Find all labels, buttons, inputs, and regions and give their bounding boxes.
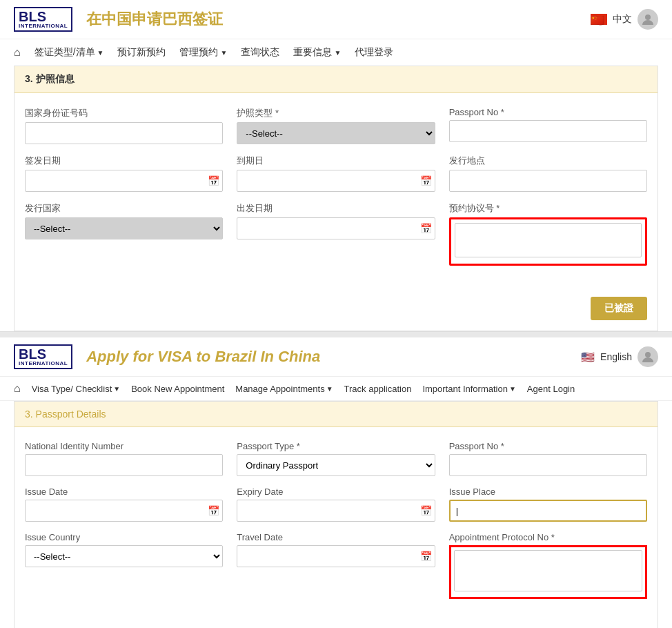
china-flag-icon: 🇨🇳 xyxy=(591,14,607,25)
nav-agent-top[interactable]: 代理登录 xyxy=(355,46,393,59)
protocol-highlighted-box-top xyxy=(449,217,647,266)
passport-form-bottom: 3. Passport Details National Identity Nu… xyxy=(14,401,658,628)
travel-date-input-bottom[interactable] xyxy=(237,545,435,567)
bls-logo-bottom: BLS INTERNATIONAL xyxy=(14,344,72,369)
chevron-down-icon-2-bottom: ▼ xyxy=(326,385,333,393)
form-row-3-top: 发行国家 --Select-- 出发日期 📅 预约协议号 * xyxy=(25,202,647,266)
top-right: 🇨🇳 中文 xyxy=(591,9,658,30)
passport-form-top: 3. 护照信息 国家身份证号码 护照类型 * --Select-- Passpo… xyxy=(14,66,658,331)
issue-country-group-bottom: Issue Country --Select-- xyxy=(25,532,223,567)
bottom-section: BLS INTERNATIONAL Apply for VISA to Braz… xyxy=(0,337,672,628)
protocol-input-top[interactable] xyxy=(455,223,642,257)
nav-home-bottom[interactable]: ⌂ xyxy=(14,382,21,395)
national-id-group-bottom: National Identity Number xyxy=(25,441,223,476)
expiry-date-input-bottom[interactable] xyxy=(237,500,435,522)
travel-date-label-bottom: Travel Date xyxy=(237,532,435,542)
nav-home-top[interactable]: ⌂ xyxy=(14,46,21,59)
nav-manage-top[interactable]: 管理预约 ▼ xyxy=(179,46,227,59)
passport-no-label-top: Passport No * xyxy=(449,107,647,117)
expiry-date-group-bottom: Expiry Date 📅 xyxy=(237,487,435,522)
protocol-label-bottom: Appointment Protocol No * xyxy=(449,532,647,542)
bottom-header: BLS INTERNATIONAL Apply for VISA to Braz… xyxy=(0,337,672,377)
nav-book-bottom[interactable]: Book New Appointment xyxy=(131,384,224,394)
passport-type-select-bottom[interactable]: Ordinary Passport Diplomatic Passport Of… xyxy=(237,454,435,476)
submit-row-bottom: Submit xyxy=(14,623,658,628)
issue-place-input-bottom[interactable] xyxy=(449,500,647,522)
issue-place-label-bottom: Issue Place xyxy=(449,487,647,497)
form-body-bottom: National Identity Number Passport Type *… xyxy=(14,427,658,623)
expiry-date-wrap-bottom: 📅 xyxy=(237,500,435,522)
logo-area: BLS INTERNATIONAL 在中国申请巴西签证 xyxy=(14,7,223,32)
passport-type-select-top[interactable]: --Select-- xyxy=(237,122,435,144)
travel-date-input-top[interactable] xyxy=(237,217,435,239)
issue-date-wrap-bottom: 📅 xyxy=(25,500,223,522)
chevron-down-icon: ▼ xyxy=(97,49,104,57)
passport-no-group-bottom: Passport No * xyxy=(449,441,647,476)
nav-book-top[interactable]: 预订新预约 xyxy=(117,46,166,59)
passport-no-label-bottom: Passport No * xyxy=(449,441,647,451)
nav-visa-type-top[interactable]: 签证类型/清单 ▼ xyxy=(34,46,104,59)
section-header-top: 3. 护照信息 xyxy=(14,66,658,93)
panel-divider xyxy=(0,332,672,337)
nav-visa-type-bottom[interactable]: Visa Type/ Checklist ▼ xyxy=(32,384,120,394)
expiry-date-label-bottom: Expiry Date xyxy=(237,487,435,497)
protocol-label-top: 预约协议号 * xyxy=(449,202,647,215)
nav-track-top[interactable]: 查询状态 xyxy=(241,46,279,59)
user-avatar-bottom[interactable] xyxy=(638,346,658,367)
user-icon-bottom xyxy=(642,351,654,363)
national-id-input-top[interactable] xyxy=(25,122,223,144)
travel-date-wrap-top: 📅 xyxy=(237,217,435,239)
nav-info-bottom[interactable]: Important Information ▼ xyxy=(422,384,515,394)
protocol-highlighted-box-bottom xyxy=(449,545,647,599)
expiry-date-wrap-top: 📅 xyxy=(237,170,435,192)
passport-type-label-top: 护照类型 * xyxy=(237,107,435,119)
section-header-bottom: 3. Passport Details xyxy=(14,402,658,427)
bottom-title: Apply for VISA to Brazil In China xyxy=(86,348,320,366)
issue-place-label-top: 发行地点 xyxy=(449,155,647,167)
expiry-date-input-top[interactable] xyxy=(237,170,435,192)
issue-country-select-top[interactable]: --Select-- xyxy=(25,217,223,239)
passport-type-group-bottom: Passport Type * Ordinary Passport Diplom… xyxy=(237,441,435,476)
nav-info-top[interactable]: 重要信息 ▼ xyxy=(293,46,341,59)
protocol-group-bottom: Appointment Protocol No * xyxy=(449,532,647,599)
top-section: BLS INTERNATIONAL 在中国申请巴西签证 🇨🇳 中文 ⌂ 签证类型… xyxy=(0,0,672,332)
national-id-label-bottom: National Identity Number xyxy=(25,441,223,451)
language-label-bottom: English xyxy=(600,351,632,362)
user-avatar-top[interactable] xyxy=(638,9,658,30)
passport-type-label-bottom: Passport Type * xyxy=(237,441,435,451)
nav-track-bottom[interactable]: Track application xyxy=(344,384,412,394)
passport-no-input-top[interactable] xyxy=(449,120,647,142)
travel-date-label-top: 出发日期 xyxy=(237,202,435,215)
national-id-input-bottom[interactable] xyxy=(25,454,223,476)
issue-date-input-top[interactable] xyxy=(25,170,223,192)
passport-no-input-bottom[interactable] xyxy=(449,454,647,476)
bls-logo-top: BLS INTERNATIONAL xyxy=(14,7,72,32)
protocol-group-top: 预约协议号 * xyxy=(449,202,647,266)
chevron-down-icon-bottom: ▼ xyxy=(113,385,120,393)
issue-date-input-bottom[interactable] xyxy=(25,500,223,522)
user-icon-top xyxy=(642,13,654,26)
submit-button-top[interactable]: 已被證 xyxy=(591,297,647,320)
issue-country-group-top: 发行国家 --Select-- xyxy=(25,202,223,239)
travel-date-group-bottom: Travel Date 📅 xyxy=(237,532,435,567)
issue-date-group-top: 签发日期 📅 xyxy=(25,155,223,192)
nav-agent-bottom[interactable]: Agent Login xyxy=(527,384,575,394)
passport-type-group-top: 护照类型 * --Select-- xyxy=(237,107,435,144)
travel-date-group-top: 出发日期 📅 xyxy=(237,202,435,239)
home-icon-top: ⌂ xyxy=(14,46,21,59)
home-icon-bottom: ⌂ xyxy=(14,382,21,395)
issue-country-label-bottom: Issue Country xyxy=(25,532,223,542)
top-header: BLS INTERNATIONAL 在中国申请巴西签证 🇨🇳 中文 xyxy=(0,0,672,39)
bottom-nav: ⌂ Visa Type/ Checklist ▼ Book New Appoin… xyxy=(0,377,672,401)
travel-date-wrap-bottom: 📅 xyxy=(237,545,435,567)
issue-date-group-bottom: Issue Date 📅 xyxy=(25,487,223,522)
nav-manage-bottom[interactable]: Manage Appointments ▼ xyxy=(235,384,333,394)
issue-place-input-top[interactable] xyxy=(449,170,647,192)
issue-country-select-bottom[interactable]: --Select-- xyxy=(25,545,223,567)
protocol-input-bottom[interactable] xyxy=(454,550,642,591)
issue-date-label-top: 签发日期 xyxy=(25,155,223,167)
issue-date-label-bottom: Issue Date xyxy=(25,487,223,497)
chevron-down-icon-2: ▼ xyxy=(220,49,227,57)
form-body-top: 国家身份证号码 护照类型 * --Select-- Passport No * xyxy=(14,93,658,290)
issue-date-wrap-top: 📅 xyxy=(25,170,223,192)
